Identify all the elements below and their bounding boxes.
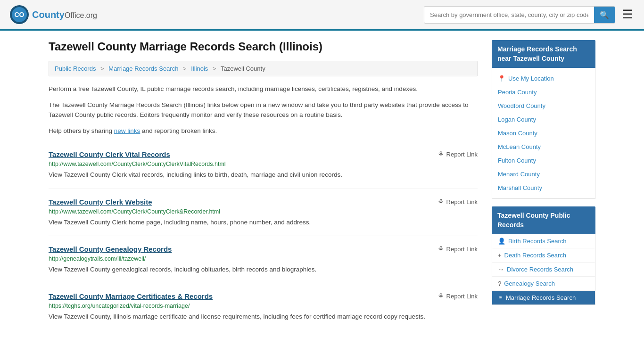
- nearby-county-1[interactable]: Woodford County: [492, 99, 595, 113]
- result-desc-3: View Tazewell County, Illinois marriage …: [49, 312, 478, 321]
- public-record-0[interactable]: 👤 Birth Records Search: [492, 234, 595, 248]
- nearby-county-link-2[interactable]: Logan County: [498, 116, 536, 123]
- result-item: Tazewell County Clerk Vital Records ⚘ Re…: [49, 141, 478, 189]
- site-header: CO CountyOffice.org 🔍 ☰: [0, 0, 644, 31]
- report-icon-0: ⚘: [438, 150, 444, 159]
- pr-link-3[interactable]: Genealogy Search: [504, 280, 555, 287]
- description-p2: The Tazewell County Marriage Records Sea…: [49, 100, 478, 120]
- breadcrumb-sep-1: >: [100, 65, 104, 72]
- result-item: Tazewell County Clerk Website ⚘ Report L…: [49, 189, 478, 236]
- breadcrumb: Public Records > Marriage Records Search…: [49, 61, 478, 76]
- pr-icon-1: +: [498, 252, 502, 259]
- nearby-county-link-3[interactable]: Mason County: [498, 130, 537, 137]
- nearby-county-2[interactable]: Logan County: [492, 113, 595, 126]
- public-record-4[interactable]: ⚭ Marriage Records Search: [492, 291, 595, 304]
- report-link-3[interactable]: ⚘ Report Link: [438, 292, 478, 301]
- result-header-0: Tazewell County Clerk Vital Records ⚘ Re…: [49, 150, 478, 159]
- public-records-container: 👤 Birth Records Search + Death Records S…: [492, 234, 595, 304]
- report-icon-3: ⚘: [438, 292, 444, 301]
- report-link-1[interactable]: ⚘ Report Link: [438, 197, 478, 206]
- result-item: Tazewell County Marriage Certificates & …: [49, 283, 478, 330]
- use-my-location-link[interactable]: Use My Location: [508, 75, 554, 82]
- breadcrumb-public-records[interactable]: Public Records: [55, 65, 96, 72]
- result-url-1[interactable]: http://www.tazewell.com/CountyClerk/Coun…: [49, 208, 478, 215]
- report-link-0[interactable]: ⚘ Report Link: [438, 150, 478, 159]
- report-icon-1: ⚘: [438, 197, 444, 206]
- nearby-header: Marriage Records Search near Tazewell Co…: [492, 40, 595, 68]
- pr-link-2[interactable]: Divorce Records Search: [507, 266, 573, 273]
- result-title-1[interactable]: Tazewell County Clerk Website: [49, 198, 152, 206]
- public-records-header: Tazewell County Public Records: [492, 206, 595, 234]
- nearby-county-link-5[interactable]: Fulton County: [498, 157, 536, 164]
- result-title-0[interactable]: Tazewell County Clerk Vital Records: [49, 150, 170, 158]
- location-icon: 📍: [498, 75, 505, 82]
- new-links-link[interactable]: new links: [114, 127, 140, 134]
- pr-link-0[interactable]: Birth Records Search: [508, 238, 567, 245]
- search-input[interactable]: [424, 8, 594, 22]
- main-container: Tazewell County Marriage Records Search …: [39, 31, 605, 339]
- nearby-county-link-1[interactable]: Woodford County: [498, 102, 545, 109]
- search-bar: 🔍: [424, 6, 615, 24]
- public-records-section: Tazewell County Public Records 👤 Birth R…: [492, 206, 595, 305]
- nearby-body: 📍 Use My Location Peoria CountyWoodford …: [492, 68, 595, 199]
- result-desc-1: View Tazewell County Clerk home page, in…: [49, 218, 478, 227]
- header-right: 🔍 ☰: [424, 6, 635, 24]
- report-link-2[interactable]: ⚘ Report Link: [438, 245, 478, 254]
- description-p3: Help others by sharing new links and rep…: [49, 126, 478, 136]
- nearby-county-7[interactable]: Marshall County: [492, 181, 595, 195]
- result-desc-0: View Tazewell County Clerk vital records…: [49, 170, 478, 180]
- nearby-county-3[interactable]: Mason County: [492, 126, 595, 140]
- breadcrumb-sep-2: >: [183, 65, 187, 72]
- result-header-2: Tazewell County Genealogy Records ⚘ Repo…: [49, 245, 478, 254]
- public-record-1[interactable]: + Death Records Search: [492, 248, 595, 263]
- logo-text: CountyOffice.org: [32, 9, 97, 20]
- pr-icon-3: ?: [498, 280, 501, 287]
- result-title-3[interactable]: Tazewell County Marriage Certificates & …: [49, 292, 213, 300]
- result-item: Tazewell County Genealogy Records ⚘ Repo…: [49, 236, 478, 283]
- nearby-county-link-6[interactable]: Menard County: [498, 171, 540, 178]
- nearby-county-link-7[interactable]: Marshall County: [498, 184, 542, 191]
- breadcrumb-marriage-records[interactable]: Marriage Records Search: [108, 65, 178, 72]
- public-record-3[interactable]: ? Genealogy Search: [492, 277, 595, 291]
- result-url-0[interactable]: http://www.tazewell.com/CountyClerk/Coun…: [49, 161, 478, 167]
- report-icon-2: ⚘: [438, 245, 444, 254]
- page-title: Tazewell County Marriage Records Search …: [49, 40, 478, 53]
- logo[interactable]: CO CountyOffice.org: [9, 5, 97, 25]
- pr-icon-0: 👤: [498, 238, 505, 245]
- nearby-county-6[interactable]: Menard County: [492, 167, 595, 181]
- result-title-2[interactable]: Tazewell County Genealogy Records: [49, 245, 172, 253]
- search-icon: 🔍: [600, 11, 609, 19]
- result-url-2[interactable]: http://genealogytrails.com/ill/tazewell/: [49, 255, 478, 262]
- description-p1: Perform a free Tazewell County, IL publi…: [49, 84, 478, 94]
- result-url-3[interactable]: https://tcghs.org/uncategorized/vital-re…: [49, 303, 478, 309]
- svg-text:CO: CO: [15, 11, 25, 18]
- use-my-location[interactable]: 📍 Use My Location: [492, 72, 595, 85]
- nearby-county-0[interactable]: Peoria County: [492, 85, 595, 99]
- nearby-county-link-0[interactable]: Peoria County: [498, 89, 537, 96]
- nearby-county-4[interactable]: McLean County: [492, 140, 595, 154]
- breadcrumb-illinois[interactable]: Illinois: [191, 65, 208, 72]
- nearby-county-link-4[interactable]: McLean County: [498, 143, 541, 150]
- pr-icon-4: ⚭: [498, 294, 503, 301]
- breadcrumb-sep-3: >: [213, 65, 216, 72]
- menu-button[interactable]: ☰: [620, 6, 635, 23]
- nearby-counties-container: Peoria CountyWoodford CountyLogan County…: [492, 85, 595, 195]
- pr-link-4[interactable]: Marriage Records Search: [506, 294, 576, 301]
- nearby-county-5[interactable]: Fulton County: [492, 154, 595, 167]
- result-header-1: Tazewell County Clerk Website ⚘ Report L…: [49, 197, 478, 206]
- result-desc-2: View Tazewell County genealogical record…: [49, 265, 478, 274]
- results-container: Tazewell County Clerk Vital Records ⚘ Re…: [49, 141, 478, 330]
- logo-icon: CO: [9, 5, 29, 25]
- public-records-body: 👤 Birth Records Search + Death Records S…: [492, 234, 595, 305]
- nearby-section: Marriage Records Search near Tazewell Co…: [492, 40, 595, 199]
- sidebar: Marriage Records Search near Tazewell Co…: [492, 40, 595, 330]
- content-area: Tazewell County Marriage Records Search …: [49, 40, 478, 330]
- breadcrumb-current: Tazewell County: [221, 65, 265, 72]
- pr-icon-2: ↔: [498, 266, 504, 273]
- result-header-3: Tazewell County Marriage Certificates & …: [49, 292, 478, 301]
- hamburger-icon: ☰: [622, 7, 633, 21]
- public-record-2[interactable]: ↔ Divorce Records Search: [492, 263, 595, 277]
- pr-link-1[interactable]: Death Records Search: [504, 252, 567, 259]
- search-button[interactable]: 🔍: [594, 7, 615, 23]
